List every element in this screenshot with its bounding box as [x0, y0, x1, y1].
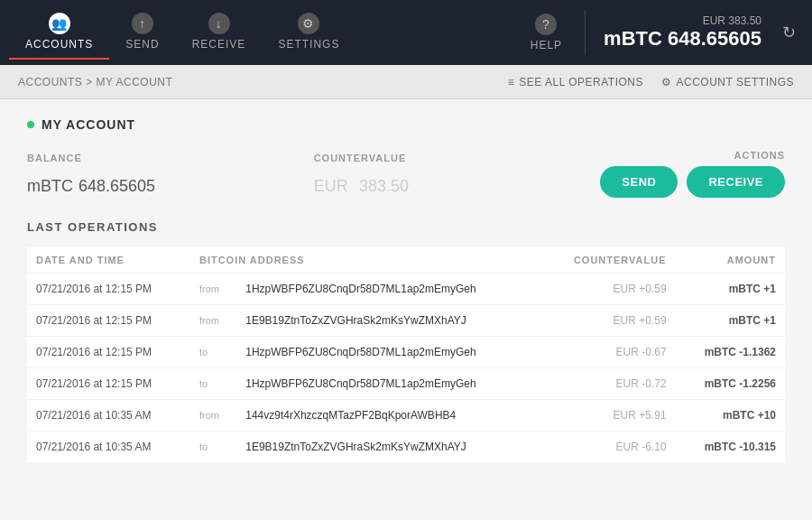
- list-icon: ≡: [508, 76, 515, 88]
- main-content: MY ACCOUNT BALANCE mBTC648.65605 COUNTER…: [0, 99, 812, 520]
- receive-icon: ↓: [208, 13, 230, 34]
- cell-date: 07/21/2016 at 10:35 AM: [27, 432, 190, 463]
- cell-address: 1E9B19ZtnToZxZVGHraSk2mKsYwZMXhAYJ: [236, 305, 540, 337]
- cell-address: 1HzpWBFP6ZU8CnqDr58D7ML1ap2mEmyGeh: [236, 337, 540, 368]
- cell-date: 07/21/2016 at 12:15 PM: [27, 274, 190, 305]
- balance-number: 648.65605: [78, 177, 155, 195]
- actions-label: ACTIONS: [734, 150, 786, 161]
- refresh-button[interactable]: ↻: [775, 15, 803, 50]
- breadcrumb-actions: ≡ SEE ALL OPERATIONS ⚙ ACCOUNT SETTINGS: [508, 76, 794, 88]
- nav-settings-label: SETTINGS: [278, 38, 339, 51]
- see-all-operations-link[interactable]: ≡ SEE ALL OPERATIONS: [508, 76, 643, 88]
- breadcrumb: ACCOUNTS > MY ACCOUNT: [18, 76, 172, 88]
- countervalue-label: COUNTERVALUE: [314, 153, 601, 163]
- col-header-countervalue: COUNTERVALUE: [540, 247, 676, 274]
- breadcrumb-bar: ACCOUNTS > MY ACCOUNT ≡ SEE ALL OPERATIO…: [0, 65, 812, 99]
- account-settings-label: ACCOUNT SETTINGS: [677, 76, 794, 88]
- nav-item-help[interactable]: ? HELP: [512, 6, 580, 59]
- nav-accounts-label: ACCOUNTS: [25, 38, 93, 51]
- countervalue-number: 383.50: [359, 177, 409, 195]
- nav-balance-mbtc: mBTC 648.65605: [604, 27, 761, 51]
- send-icon: ↑: [132, 13, 153, 34]
- operations-table: DATE AND TIME BITCOIN ADDRESS COUNTERVAL…: [27, 247, 785, 462]
- cell-address: 1E9B19ZtnToZxZVGHraSk2mKsYwZMXhAYJ: [236, 432, 540, 463]
- nav-item-accounts[interactable]: 👥 ACCOUNTS: [9, 5, 109, 60]
- cell-direction: to: [190, 368, 236, 400]
- cell-countervalue: EUR +0.59: [540, 305, 676, 337]
- col-header-amount: AMOUNT: [676, 247, 785, 274]
- cell-date: 07/21/2016 at 12:15 PM: [27, 337, 190, 368]
- table-header-row: DATE AND TIME BITCOIN ADDRESS COUNTERVAL…: [27, 247, 785, 274]
- cell-amount: mBTC -10.315: [676, 432, 785, 463]
- table-row: 07/21/2016 at 10:35 AM from 144vz9t4rXhz…: [27, 400, 785, 432]
- cell-direction: from: [190, 274, 236, 305]
- cell-date: 07/21/2016 at 12:15 PM: [27, 305, 190, 337]
- cell-direction: to: [190, 337, 236, 368]
- cell-amount: mBTC +1: [676, 274, 785, 305]
- table-row: 07/21/2016 at 10:35 AM to 1E9B19ZtnToZxZ…: [27, 432, 785, 463]
- gear-icon: ⚙: [661, 76, 672, 88]
- cell-amount: mBTC +1: [676, 305, 785, 337]
- balance-label: BALANCE: [27, 153, 314, 163]
- account-settings-link[interactable]: ⚙ ACCOUNT SETTINGS: [661, 76, 794, 88]
- cell-date: 07/21/2016 at 12:15 PM: [27, 368, 190, 400]
- nav-send-label: SEND: [125, 38, 159, 51]
- countervalue-value: EUR 383.50: [314, 167, 601, 198]
- top-navigation: 👥 ACCOUNTS ↑ SEND ↓ RECEIVE ⚙ SETTINGS ?…: [0, 0, 812, 65]
- cell-countervalue: EUR +5.91: [540, 400, 676, 432]
- last-operations-title: LAST OPERATIONS: [27, 220, 785, 234]
- nav-item-settings[interactable]: ⚙ SETTINGS: [262, 5, 355, 60]
- balance-section: BALANCE mBTC648.65605 COUNTERVALUE EUR 3…: [27, 150, 785, 198]
- nav-help-label: HELP: [531, 39, 562, 51]
- account-header: MY ACCOUNT: [27, 117, 785, 132]
- table-row: 07/21/2016 at 12:15 PM from 1HzpWBFP6ZU8…: [27, 274, 785, 305]
- col-header-address: BITCOIN ADDRESS: [190, 247, 540, 274]
- cell-direction: from: [190, 305, 236, 337]
- cell-date: 07/21/2016 at 10:35 AM: [27, 400, 190, 432]
- cell-countervalue: EUR +0.59: [540, 274, 676, 305]
- table-row: 07/21/2016 at 12:15 PM from 1E9B19ZtnToZ…: [27, 305, 785, 337]
- account-title: MY ACCOUNT: [42, 117, 135, 132]
- help-icon: ?: [535, 14, 557, 35]
- col-header-date: DATE AND TIME: [27, 247, 190, 274]
- cell-amount: mBTC +10: [676, 400, 785, 432]
- settings-icon: ⚙: [298, 13, 319, 34]
- cell-address: 144vz9t4rXhzczqMTazPF2BqKporAWBHB4: [236, 400, 540, 432]
- cell-countervalue: EUR -0.67: [540, 337, 676, 368]
- account-status-dot: [27, 121, 34, 128]
- nav-receive-label: RECEIVE: [192, 38, 246, 51]
- cell-direction: to: [190, 432, 236, 463]
- nav-balance-eur: EUR 383.50: [703, 14, 761, 27]
- nav-divider: [585, 10, 586, 55]
- send-button[interactable]: SEND: [600, 166, 678, 198]
- cell-countervalue: EUR -6.10: [540, 432, 676, 463]
- countervalue-col: COUNTERVALUE EUR 383.50: [314, 153, 601, 198]
- cell-countervalue: EUR -0.72: [540, 368, 676, 400]
- nav-item-send[interactable]: ↑ SEND: [109, 5, 175, 60]
- balance-value: mBTC648.65605: [27, 167, 314, 198]
- accounts-icon: 👥: [49, 13, 70, 34]
- receive-button[interactable]: RECEIVE: [687, 166, 785, 198]
- cell-address: 1HzpWBFP6ZU8CnqDr58D7ML1ap2mEmyGeh: [236, 274, 540, 305]
- nav-balance: EUR 383.50 mBTC 648.65605: [590, 14, 775, 51]
- balance-currency: mBTC: [27, 177, 73, 195]
- cell-direction: from: [190, 400, 236, 432]
- actions-buttons: SEND RECEIVE: [600, 166, 785, 198]
- cell-amount: mBTC -1.2256: [676, 368, 785, 400]
- countervalue-currency: EUR: [314, 177, 348, 195]
- balance-col: BALANCE mBTC648.65605: [27, 153, 314, 198]
- table-row: 07/21/2016 at 12:15 PM to 1HzpWBFP6ZU8Cn…: [27, 368, 785, 400]
- actions-col: ACTIONS SEND RECEIVE: [600, 150, 785, 198]
- table-row: 07/21/2016 at 12:15 PM to 1HzpWBFP6ZU8Cn…: [27, 337, 785, 368]
- see-all-label: SEE ALL OPERATIONS: [519, 76, 643, 88]
- nav-item-receive[interactable]: ↓ RECEIVE: [176, 5, 263, 60]
- cell-amount: mBTC -1.1362: [676, 337, 785, 368]
- cell-address: 1HzpWBFP6ZU8CnqDr58D7ML1ap2mEmyGeh: [236, 368, 540, 400]
